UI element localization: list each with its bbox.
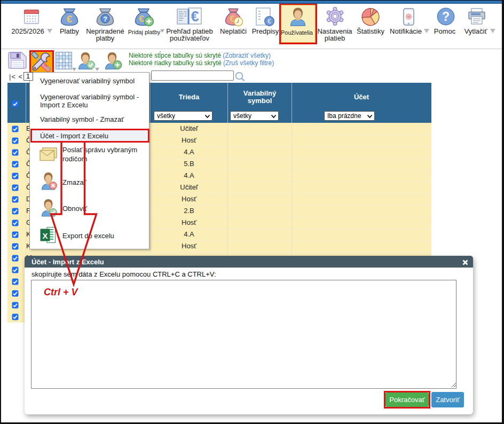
- svg-text:€: €: [139, 14, 144, 24]
- svg-text:€: €: [267, 18, 271, 25]
- svg-text:€: €: [191, 9, 199, 25]
- svg-text:€: €: [67, 13, 73, 25]
- svg-text:X: X: [42, 231, 48, 240]
- svg-text:?: ?: [103, 15, 107, 23]
- svg-text:?: ?: [442, 10, 450, 23]
